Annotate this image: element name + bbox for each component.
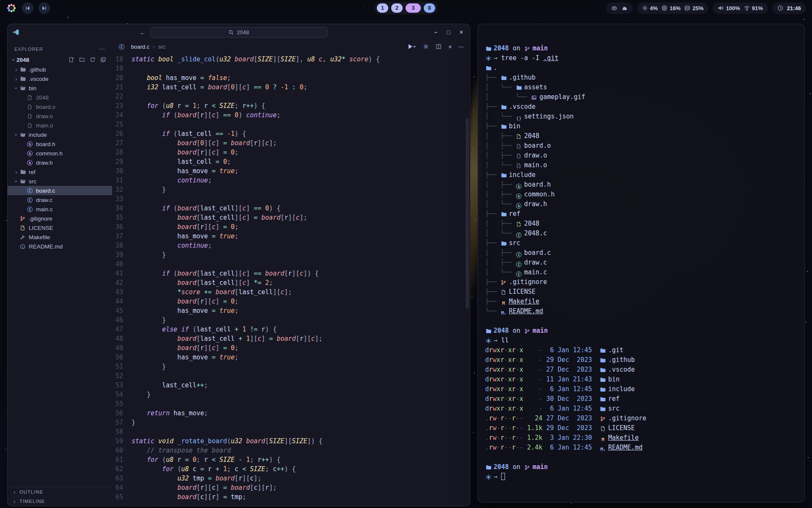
explorer-item-board.h[interactable]: hboard.h	[8, 139, 112, 149]
explorer-item-ref[interactable]: ›ref	[8, 167, 112, 177]
explorer-item-2048[interactable]: 2048	[8, 93, 112, 102]
code-line-60[interactable]: 60 // transpose the board	[112, 446, 470, 455]
split-editor-button[interactable]	[436, 44, 442, 50]
close-editor-button[interactable]: ×	[448, 44, 452, 50]
code-line-44[interactable]: 44 board[r][c] = 0;	[112, 297, 470, 306]
workspace-button-2[interactable]: 2	[391, 3, 403, 13]
explorer-item-board.o[interactable]: board.o	[8, 102, 112, 111]
code-line-21[interactable]: 21 i32 last_cell = board[0][c] == 0 ? -1…	[112, 83, 470, 92]
explorer-item-Makefile[interactable]: Makefile	[8, 232, 112, 242]
explorer-item-main.o[interactable]: main.o	[8, 121, 112, 130]
code-line-59[interactable]: 59static void _rotate_board(u32 board[SI…	[112, 436, 470, 446]
code-line-40[interactable]: 40	[112, 260, 470, 269]
clock-widget[interactable]: 21:46	[772, 3, 806, 14]
new-file-button[interactable]	[68, 57, 74, 63]
code-line-42[interactable]: 42 board[last_cell][c] *= 2;	[112, 278, 470, 287]
code-line-19[interactable]: 19	[112, 64, 470, 73]
code-line-46[interactable]: 46 }	[112, 315, 470, 325]
code-line-52[interactable]: 52	[112, 371, 470, 381]
code-line-38[interactable]: 38 continue;	[112, 241, 470, 250]
code-line-29[interactable]: 29 last_cell = 0;	[112, 157, 470, 166]
code-line-49[interactable]: 49 board[r][c] = 0;	[112, 343, 470, 353]
code-line-54[interactable]: 54 }	[112, 390, 470, 399]
project-root-row[interactable]: › 2048	[8, 55, 112, 65]
code-line-39[interactable]: 39 }	[112, 250, 470, 260]
code-line-35[interactable]: 35 board[last_cell][c] = board[r][c];	[112, 213, 470, 222]
editor-scrollbar[interactable]	[466, 71, 469, 503]
system-stats-widget[interactable]: 4%16%25%	[637, 3, 709, 14]
vscode-logo-icon[interactable]	[13, 29, 20, 36]
media-next-button[interactable]	[38, 3, 50, 14]
code-line-64[interactable]: 64 board[r][c] = board[c][r];	[112, 483, 470, 492]
history-back-button[interactable]: ←	[140, 29, 146, 36]
code-line-33[interactable]: 33	[112, 194, 470, 204]
explorer-item-include[interactable]: ›include	[8, 130, 112, 139]
code-line-65[interactable]: 65 board[c][r] = tmp;	[112, 492, 470, 502]
weather-widget[interactable]	[606, 3, 633, 14]
code-line-45[interactable]: 45 has_move = true;	[112, 306, 470, 315]
workspace-button-8[interactable]: 8	[424, 3, 435, 13]
code-line-25[interactable]: 25	[112, 120, 470, 129]
code-line-47[interactable]: 47 else if (last_cell + 1 != r) {	[112, 325, 470, 334]
terminal-window[interactable]: 2048 on main→ tree -a -I .git.├── .githu…	[477, 24, 805, 502]
code-line-24[interactable]: 24 if (board[r][c] == 0) continue;	[112, 110, 470, 120]
explorer-item-draw.o[interactable]: draw.o	[8, 111, 112, 121]
explorer-item-bin[interactable]: ›bin	[8, 83, 112, 93]
code-line-27[interactable]: 27 board[0][c] = board[r][c];	[112, 138, 470, 148]
code-line-50[interactable]: 50 has_move = true;	[112, 353, 470, 362]
collapse-folders-button[interactable]	[100, 57, 106, 63]
code-line-56[interactable]: 56 return has_move;	[112, 409, 470, 418]
code-line-53[interactable]: 53 last_cell++;	[112, 381, 470, 390]
explorer-more-button[interactable]: ···	[99, 47, 105, 52]
run-button[interactable]	[408, 44, 416, 50]
explorer-item-LICENSE[interactable]: LICENSE	[8, 223, 112, 232]
more-actions-button[interactable]: ···	[458, 44, 464, 50]
code-line-48[interactable]: 48 board[last_cell + 1][c] = board[r][c]…	[112, 334, 470, 343]
workspace-button-3[interactable]: 3	[406, 3, 421, 13]
panel-outline[interactable]: ›OUTLINE	[8, 487, 112, 497]
workspace-button-1[interactable]: 1	[377, 3, 388, 13]
media-prev-button[interactable]	[22, 3, 33, 14]
breadcrumb-context[interactable]: src	[158, 44, 165, 50]
code-line-18[interactable]: 18static bool _slide_col(u32 board[SIZE]…	[112, 55, 470, 64]
code-line-20[interactable]: 20 bool has_move = false;	[112, 73, 470, 83]
explorer-item-draw.h[interactable]: hdraw.h	[8, 158, 112, 167]
new-folder-button[interactable]	[79, 57, 85, 63]
code-line-28[interactable]: 28 board[r][c] = 0;	[112, 148, 470, 157]
maximize-button[interactable]: □	[447, 29, 450, 36]
explorer-item-main.c[interactable]: Cmain.c	[8, 204, 112, 214]
code-line-61[interactable]: 61 for (u8 r = 0; r < SIZE - 1; r++) {	[112, 455, 470, 464]
code-line-58[interactable]: 58	[112, 427, 470, 436]
minimize-button[interactable]: –	[434, 29, 438, 36]
panel-timeline[interactable]: ›TIMELINE	[8, 497, 112, 506]
audio-network-widget[interactable]: 100%91%	[713, 3, 768, 14]
code-line-43[interactable]: 43 *score += board[last_cell][c];	[112, 287, 470, 297]
explorer-item-draw.c[interactable]: Cdraw.c	[8, 195, 112, 204]
run-settings-button[interactable]	[423, 44, 429, 50]
explorer-item-src[interactable]: ›src	[8, 177, 112, 186]
code-line-41[interactable]: 41 if (board[last_cell][c] == board[r][c…	[112, 269, 470, 278]
code-line-62[interactable]: 62 for (u8 c = r + 1; c < SIZE; c++) {	[112, 464, 470, 474]
refresh-explorer-button[interactable]	[89, 57, 96, 63]
explorer-item-.vscode[interactable]: ›.vscode	[8, 74, 112, 83]
code-line-63[interactable]: 63 u32 tmp = board[r][c];	[112, 474, 470, 483]
close-button[interactable]: ×	[460, 29, 463, 36]
explorer-item-.gitignore[interactable]: .gitignore	[8, 214, 112, 223]
explorer-item-common.h[interactable]: hcommon.h	[8, 149, 112, 158]
scrollbar-thumb[interactable]	[466, 118, 469, 309]
code-line-34[interactable]: 34 if (board[last_cell][c] == 0) {	[112, 204, 470, 213]
code-line-51[interactable]: 51 }	[112, 362, 470, 371]
explorer-item-.github[interactable]: ›.github	[8, 65, 112, 74]
code-line-55[interactable]: 55	[112, 399, 470, 409]
code-line-57[interactable]: 57}	[112, 418, 470, 427]
code-line-36[interactable]: 36 board[r][c] = 0;	[112, 222, 470, 232]
explorer-item-README.md[interactable]: README.md	[8, 242, 112, 251]
code-line-30[interactable]: 30 has_move = true;	[112, 166, 470, 176]
command-center-search[interactable]: 2048	[150, 27, 328, 38]
code-line-26[interactable]: 26 if (last_cell == -1) {	[112, 129, 470, 138]
code-line-32[interactable]: 32 }	[112, 185, 470, 194]
code-line-37[interactable]: 37 has_move = true;	[112, 232, 470, 241]
code-editor[interactable]: 18static bool _slide_col(u32 board[SIZE]…	[112, 53, 470, 506]
code-line-22[interactable]: 22	[112, 92, 470, 101]
code-line-23[interactable]: 23 for (u8 r = 1; r < SIZE; r++) {	[112, 101, 470, 110]
